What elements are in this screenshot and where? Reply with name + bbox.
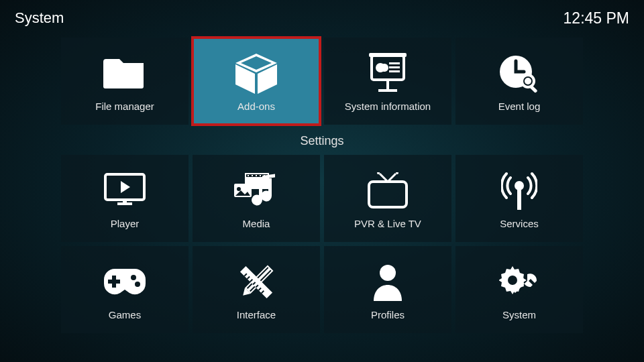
- svg-rect-31: [517, 190, 521, 210]
- tv-icon: [368, 168, 408, 214]
- clock: 12:45 PM: [564, 9, 629, 27]
- tile-label: Interface: [237, 309, 276, 320]
- tile-media[interactable]: Media: [193, 155, 320, 242]
- tile-label: Games: [109, 309, 141, 320]
- svg-rect-16: [123, 200, 127, 204]
- svg-point-12: [525, 78, 531, 84]
- tile-add-ons[interactable]: Add-ons: [193, 38, 320, 125]
- settings-section: Settings Player Media PVR & Live TV Serv…: [0, 125, 644, 333]
- antenna-icon: [501, 168, 537, 214]
- tile-services[interactable]: Services: [455, 155, 583, 242]
- tile-label: PVR & Live TV: [354, 218, 421, 229]
- top-tiles-row: File manager Add-ons System information …: [61, 38, 583, 125]
- svg-point-48: [508, 276, 517, 285]
- svg-point-35: [135, 282, 140, 287]
- svg-rect-20: [252, 175, 253, 176]
- tile-label: Media: [243, 218, 270, 229]
- tile-label: File manager: [95, 101, 154, 112]
- top-section: File manager Add-ons System information …: [0, 34, 644, 125]
- gear-wrench-icon: [499, 259, 539, 305]
- box-icon: [234, 51, 278, 97]
- tile-label: Services: [500, 218, 539, 229]
- svg-point-3: [376, 63, 385, 72]
- tile-label: System information: [345, 101, 431, 112]
- svg-rect-6: [389, 70, 400, 72]
- svg-point-34: [131, 275, 136, 280]
- svg-point-29: [396, 172, 398, 174]
- svg-rect-22: [260, 175, 261, 176]
- svg-rect-2: [369, 53, 407, 57]
- tile-label: Event log: [498, 101, 541, 112]
- monitor-play-icon: [104, 168, 146, 214]
- clock-search-icon: [498, 51, 540, 97]
- svg-point-28: [377, 172, 380, 174]
- svg-rect-8: [378, 89, 397, 92]
- svg-point-25: [237, 187, 241, 191]
- pencil-ruler-icon: [237, 259, 275, 305]
- svg-rect-4: [389, 62, 400, 64]
- section-title: Settings: [300, 134, 343, 148]
- tile-label: Player: [111, 218, 140, 229]
- gamepad-icon: [103, 259, 147, 305]
- tile-games[interactable]: Games: [61, 246, 189, 333]
- media-icon: [234, 168, 278, 214]
- tile-label: Add-ons: [237, 101, 275, 112]
- tile-pvr-live-tv[interactable]: PVR & Live TV: [324, 155, 451, 242]
- tile-system-information[interactable]: System information: [324, 38, 451, 125]
- tile-label: Profiles: [371, 309, 405, 320]
- settings-row-2: Games Interface Profiles System: [61, 246, 583, 333]
- person-icon: [372, 259, 403, 305]
- svg-rect-0: [103, 66, 144, 88]
- svg-rect-21: [256, 175, 257, 176]
- tile-event-log[interactable]: Event log: [455, 38, 583, 125]
- settings-row-1: Player Media PVR & Live TV Services: [61, 155, 583, 242]
- tile-system[interactable]: System: [455, 246, 583, 333]
- folder-icon: [103, 51, 146, 97]
- svg-rect-33: [108, 280, 120, 284]
- svg-rect-7: [386, 80, 389, 89]
- tile-player[interactable]: Player: [61, 155, 189, 242]
- top-bar: System 12:45 PM: [0, 0, 644, 34]
- tile-label: System: [502, 309, 536, 320]
- tile-profiles[interactable]: Profiles: [324, 246, 451, 333]
- tile-interface[interactable]: Interface: [193, 246, 320, 333]
- svg-rect-19: [248, 175, 249, 176]
- svg-rect-5: [389, 66, 400, 68]
- chart-board-icon: [369, 51, 407, 97]
- tile-file-manager[interactable]: File manager: [61, 38, 189, 125]
- svg-point-30: [515, 181, 524, 190]
- svg-point-47: [380, 265, 396, 281]
- svg-rect-27: [369, 182, 407, 207]
- page-title: System: [15, 9, 64, 27]
- svg-rect-13: [529, 85, 537, 93]
